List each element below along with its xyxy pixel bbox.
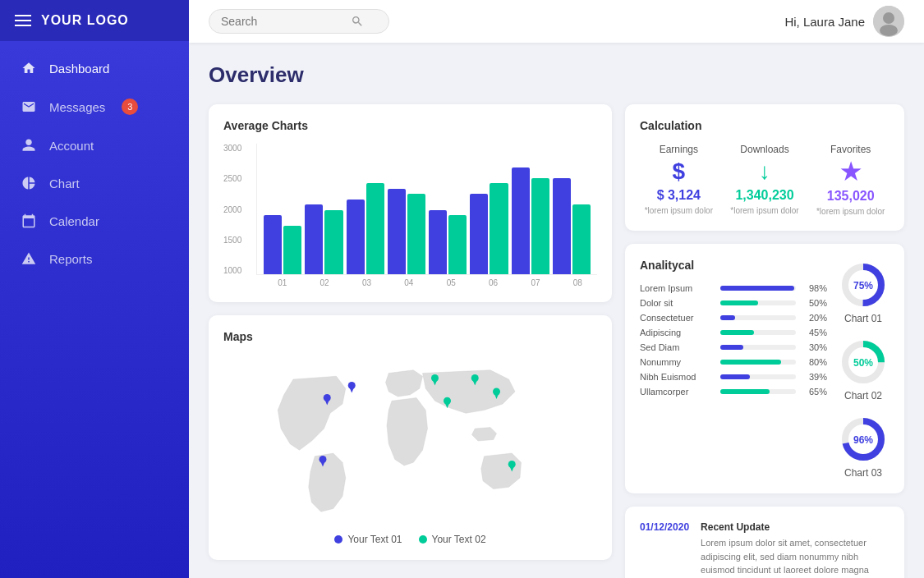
- bar-chart-area: 3000 2500 2000 1500 1000 010203040506070…: [223, 144, 597, 287]
- world-map-svg: [223, 355, 597, 527]
- donut-wrap: 75% Chart 01: [837, 259, 890, 324]
- analytic-bar-fill: [720, 345, 743, 350]
- bar-blue: [470, 194, 488, 274]
- x-label: 08: [559, 278, 597, 287]
- sidebar-item-dashboard[interactable]: Dashboard: [0, 49, 189, 87]
- donut-wrap: 96% Chart 03: [837, 413, 890, 479]
- bar-group: [429, 210, 467, 274]
- calc-downloads: Downloads ↓ 1,340,230 *lorem ipsum dolor: [726, 144, 804, 216]
- sidebar-item-account[interactable]: Account: [0, 126, 189, 164]
- analytic-bar-bg: [720, 360, 796, 365]
- legend-dot-2: [419, 535, 427, 544]
- recent-title: Recent Update: [701, 521, 890, 533]
- bar-blue: [553, 178, 571, 274]
- sidebar-item-calendar[interactable]: Calendar: [0, 202, 189, 240]
- bar-blue: [264, 215, 282, 274]
- bar-green: [572, 204, 591, 274]
- logo: YOUR LOGO: [41, 13, 129, 28]
- analytic-pct: 39%: [802, 372, 827, 382]
- content: Overview Average Charts 3000 2500 2000 1…: [189, 43, 924, 578]
- bar-green: [407, 194, 425, 274]
- analytic-label: Nibh Euismod: [640, 372, 714, 382]
- analytic-bar-fill: [720, 330, 754, 335]
- bar-group: [512, 167, 549, 274]
- calendar-icon: [20, 213, 38, 228]
- svg-point-1: [883, 12, 894, 24]
- analytic-row: Consectetuer 20%: [640, 313, 827, 323]
- donut-label: Chart 03: [844, 467, 882, 479]
- topbar-right: Hi, Laura Jane: [784, 6, 904, 37]
- avatar[interactable]: [873, 6, 904, 37]
- bar-green: [531, 178, 549, 274]
- x-label: 07: [516, 278, 554, 287]
- bar-group: [347, 183, 384, 274]
- analytic-bar-fill: [720, 315, 735, 320]
- bar-blue: [347, 200, 365, 274]
- recent-text: Lorem ipsum dolor sit amet, consectetuer…: [701, 536, 890, 578]
- x-labels: 0102030405060708: [223, 278, 597, 287]
- user-icon: [20, 138, 38, 153]
- search-box[interactable]: [209, 9, 389, 34]
- avg-chart-title: Average Charts: [223, 119, 597, 132]
- analytic-label: Lorem Ipsum: [640, 283, 714, 293]
- analytic-label: Consectetuer: [640, 313, 714, 323]
- recent-update-card: 01/12/2020 Recent Update Lorem ipsum dol…: [625, 507, 904, 578]
- bar-group: [388, 189, 425, 274]
- analytic-pct: 80%: [802, 357, 827, 367]
- analytic-bar-bg: [720, 374, 796, 379]
- recent-content: Recent Update Lorem ipsum dolor sit amet…: [701, 521, 890, 578]
- bar-green: [324, 210, 342, 274]
- calculation-card: Calculation Earnings $ $ 3,124 *lorem ip…: [625, 104, 904, 231]
- analytic-pct: 20%: [802, 313, 827, 323]
- maps-title: Maps: [223, 330, 597, 343]
- analytic-bar-bg: [720, 315, 796, 320]
- alert-icon: [20, 251, 38, 266]
- donut-label: Chart 02: [844, 390, 882, 401]
- svg-text:75%: 75%: [853, 280, 873, 291]
- bar-group: [553, 178, 591, 274]
- bar-group: [305, 204, 342, 274]
- svg-text:50%: 50%: [853, 357, 873, 369]
- analytic-bar-fill: [720, 389, 770, 394]
- bar-green: [283, 226, 301, 274]
- map-area: [223, 355, 597, 527]
- mail-icon: [20, 99, 38, 114]
- recent-card: 01/12/2020 Recent Update Lorem ipsum dol…: [640, 521, 890, 578]
- donut-svg: 75%: [837, 259, 890, 311]
- analytic-bar-fill: [720, 360, 781, 365]
- analytic-row: Nibh Euismod 39%: [640, 372, 827, 382]
- analytic-row: Lorem Ipsum 98%: [640, 283, 827, 293]
- bar-green: [366, 183, 384, 274]
- bar-group: [470, 183, 508, 274]
- analytic-bar-bg: [720, 389, 796, 394]
- sidebar-item-reports[interactable]: Reports: [0, 240, 189, 278]
- x-label: 05: [432, 278, 471, 287]
- hamburger-menu[interactable]: [15, 15, 31, 26]
- bar-blue: [305, 204, 323, 274]
- x-label: 04: [389, 278, 428, 287]
- x-label: 02: [305, 278, 343, 287]
- analytic-bar-bg: [720, 330, 796, 335]
- analytic-pct: 30%: [802, 342, 827, 352]
- sidebar-item-messages[interactable]: Messages 3: [0, 87, 189, 126]
- donut-charts: 75% Chart 01 50% Chart 02 96% Chart 03: [837, 259, 890, 479]
- calc-row: Earnings $ $ 3,124 *lorem ipsum dolor Do…: [640, 144, 890, 216]
- analytical-section: Analitycal Lorem Ipsum 98% Dolor sit 50%…: [640, 259, 827, 479]
- avg-chart-card: Average Charts 3000 2500 2000 1500 1000: [209, 104, 612, 302]
- maps-card: Maps: [209, 315, 612, 560]
- sidebar-item-chart[interactable]: Chart: [0, 164, 189, 202]
- analytical-rows: Lorem Ipsum 98% Dolor sit 50% Consectetu…: [640, 283, 827, 397]
- analytic-label: Adipiscing: [640, 328, 714, 337]
- sidebar-nav: Dashboard Messages 3 Account Chart: [0, 41, 189, 578]
- analytic-pct: 65%: [802, 387, 827, 397]
- calc-earnings: Earnings $ $ 3,124 *lorem ipsum dolor: [640, 144, 718, 216]
- messages-badge: 3: [122, 99, 138, 115]
- recent-date: 01/12/2020: [640, 521, 689, 533]
- analytic-row: Nonummy 80%: [640, 357, 827, 367]
- svg-point-2: [880, 25, 898, 36]
- pie-icon: [20, 176, 38, 190]
- search-input[interactable]: [221, 15, 344, 28]
- analytic-pct: 98%: [802, 283, 827, 293]
- analytic-bar-fill: [720, 286, 794, 291]
- sidebar: YOUR LOGO Dashboard Messages 3 Account: [0, 0, 189, 578]
